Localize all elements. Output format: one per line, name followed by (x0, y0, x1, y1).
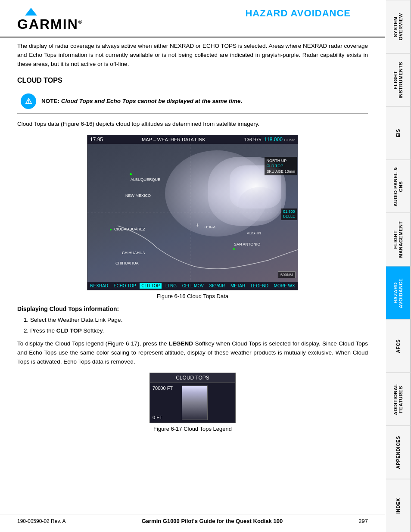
com-label: COM2 (284, 138, 295, 142)
softkey-echo-top[interactable]: ECHO TOP (112, 283, 138, 289)
scale-label: 500NM (280, 273, 293, 277)
sidebar-item-additional-features[interactable]: ADDITIONAL FEATURES (386, 373, 411, 426)
softkey-nexrad[interactable]: NEXRAD (88, 283, 110, 289)
steps-list: Select the Weather Data Link Page. Press… (30, 316, 368, 336)
sidebar-item-eis[interactable]: EIS (386, 106, 411, 160)
sidebar-item-afcs[interactable]: AFCS (386, 319, 411, 373)
ciudad-juarez-dot: CIUDAD JUÁREZ (110, 225, 145, 232)
albuquerque-dot: ALBUQUERQUE (130, 173, 160, 182)
note-label: NOTE: (41, 98, 61, 104)
footer-left: 190-00590-02 Rev. A (17, 518, 66, 524)
scale-box: 500NM (278, 271, 296, 278)
sidebar-item-index[interactable]: INDEX (386, 479, 411, 532)
sidebar-item-hazard-avoidance[interactable]: HAZARD AVOIDANCE (386, 266, 411, 320)
freq-right: 136.975 118.000 COM2 (244, 137, 295, 143)
logo-triangle-icon (25, 8, 37, 16)
softkey-metar[interactable]: METAR (229, 283, 247, 289)
step-1: Select the Weather Data Link Page. (30, 316, 368, 324)
san-antonio-label: SAN ANTONIO (234, 242, 260, 246)
san-antonio-dot (233, 248, 235, 250)
softkey-cld-top[interactable]: CLD TOP (140, 283, 162, 289)
softkey-more-wx[interactable]: MORE WX (272, 283, 297, 289)
note-box: ⚠ NOTE: Cloud Tops and Echo Tops cannot … (17, 89, 368, 114)
page-footer: 190-00590-02 Rev. A Garmin G1000 Pilot's… (0, 514, 385, 524)
age-label: SKU AGE 13min (266, 169, 295, 174)
legend-bottom-value: 0 FT (153, 415, 178, 420)
alt-value: 01.800 (283, 209, 295, 215)
sidebar-item-flight-management[interactable]: FLIGHT MANAGEMENT (386, 213, 411, 266)
texas-label: TEXAS (204, 225, 217, 229)
sidebar-item-audio-panel-&-cns[interactable]: AUDIO PANEL & CNS (386, 160, 411, 213)
softkey-cell-mov[interactable]: CELL MOV (181, 283, 206, 289)
figure-16-caption: Figure 6-16 Cloud Tops Data (17, 293, 368, 299)
warning-icon: ⚠ (21, 93, 36, 109)
main-content: The display of radar coverage is always … (0, 37, 385, 447)
cloud-tops-heading: CLOUD TOPS (17, 77, 368, 84)
map-body: ALBUQUERQUE NEW MEXICO CIUDAD JUÁREZ CHI… (87, 144, 298, 282)
figure-17-caption: Figure 6-17 Cloud Tops Legend (17, 426, 368, 432)
altitude-box: 01.800 BELLE (281, 208, 297, 220)
map-figure: 17.95 MAP – WEATHER DATA LINK 136.975 11… (87, 135, 298, 290)
sidebar-item-appendices[interactable]: APPENDICES (386, 426, 411, 479)
note-body: Cloud Tops and Echo Tops cannot be displ… (61, 98, 243, 104)
softkey-sig/air[interactable]: SIG/AIR (208, 283, 227, 289)
sidebar-item-system-overview[interactable]: SYSTEM OVERVIEW (386, 0, 411, 53)
freq-left: 17.95 (90, 137, 103, 143)
softkey-ltng[interactable]: LTNG (164, 283, 178, 289)
austin-label: AUSTIN (247, 231, 261, 235)
legend-paragraph: To display the Cloud Tops legend (Figure… (17, 339, 368, 367)
sidebar: SYSTEM OVERVIEWFLIGHT INSTRUMENTSEISAUDI… (386, 0, 411, 532)
legend-figure: CLOUD TOPS 70000 FT 0 FT (149, 373, 236, 423)
map-header: 17.95 MAP – WEATHER DATA LINK 136.975 11… (87, 135, 298, 144)
sidebar-item-flight-instruments[interactable]: FLIGHT INSTRUMENTS (386, 53, 411, 107)
alt-label: BELLE (283, 214, 295, 219)
active-freq: 118.000 (264, 137, 283, 143)
legend-labels: 70000 FT 0 FT (153, 386, 178, 420)
cld-top-label: CLD TOP (266, 163, 295, 169)
page-title: HAZARD AVOIDANCE (245, 8, 351, 19)
map-title: MAP – WEATHER DATA LINK (142, 137, 206, 142)
page-header: GARMIN® HAZARD AVOIDANCE (0, 0, 385, 37)
legend-gradient (182, 386, 208, 420)
new-mexico-label: NEW MEXICO (125, 193, 151, 198)
softkey-legend[interactable]: LEGEND (249, 283, 270, 289)
footer-right: 297 (358, 518, 368, 524)
displaying-heading: Displaying Cloud Tops information: (17, 305, 368, 312)
legend-header: CLOUD TOPS (150, 373, 235, 383)
legend-top-value: 70000 FT (153, 386, 178, 391)
intro-text: The display of radar coverage is always … (17, 42, 368, 69)
step-2: Press the CLD TOP Softkey. (30, 327, 368, 335)
logo-area: GARMIN® (17, 8, 83, 32)
chihuahua-2-label: CHIHUAHUA (115, 261, 139, 265)
footer-center: Garmin G1000 Pilot's Guide for the Quest… (142, 518, 283, 524)
legend-body: 70000 FT 0 FT (150, 383, 235, 423)
map-footer[interactable]: NEXRADECHO TOPCLD TOPLTNGCELL MOVSIG/AIR… (87, 282, 298, 290)
map-info-box: NORTH UP CLD TOP SKU AGE 13min (265, 157, 297, 176)
north-up-label: NORTH UP (266, 158, 295, 164)
note-text: NOTE: Cloud Tops and Echo Tops cannot be… (41, 98, 242, 104)
chihuahua-1-label: CHIHUAHUA (122, 251, 145, 255)
logo: GARMIN® (17, 16, 83, 32)
crosshair-icon: + (196, 221, 199, 228)
cloud-tops-body-text: Cloud Tops data (Figure 6-16) depicts cl… (17, 120, 368, 129)
